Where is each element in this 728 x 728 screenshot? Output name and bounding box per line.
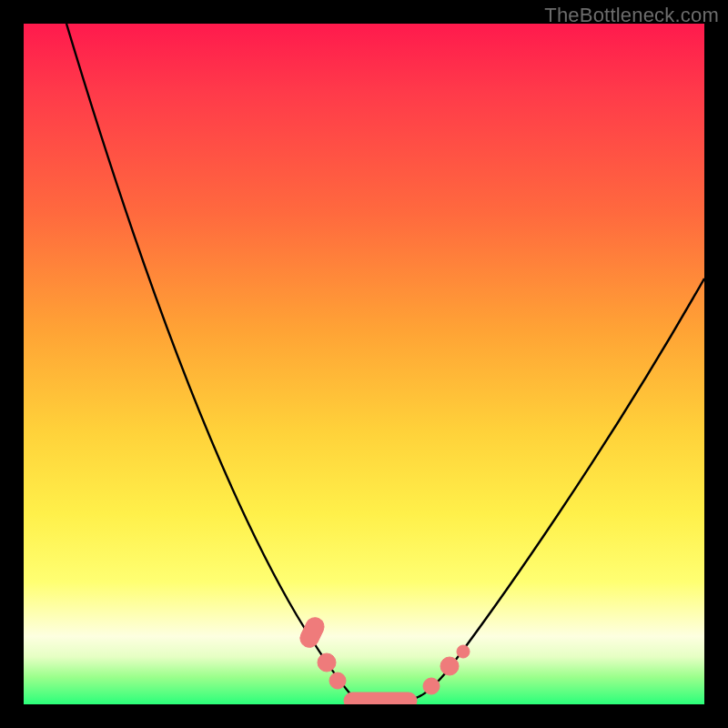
plot-area [24, 24, 704, 704]
svg-point-2 [329, 672, 346, 689]
marker-group [298, 614, 470, 704]
svg-point-1 [318, 653, 336, 672]
svg-rect-3 [344, 693, 417, 704]
chart-svg [24, 24, 704, 704]
svg-point-6 [457, 645, 470, 658]
svg-point-5 [440, 657, 459, 675]
chart-frame: TheBottleneck.com [0, 0, 728, 728]
svg-rect-0 [298, 614, 328, 650]
watermark-text: TheBottleneck.com [544, 4, 719, 27]
svg-point-4 [423, 678, 440, 694]
bottleneck-curve [66, 24, 704, 702]
